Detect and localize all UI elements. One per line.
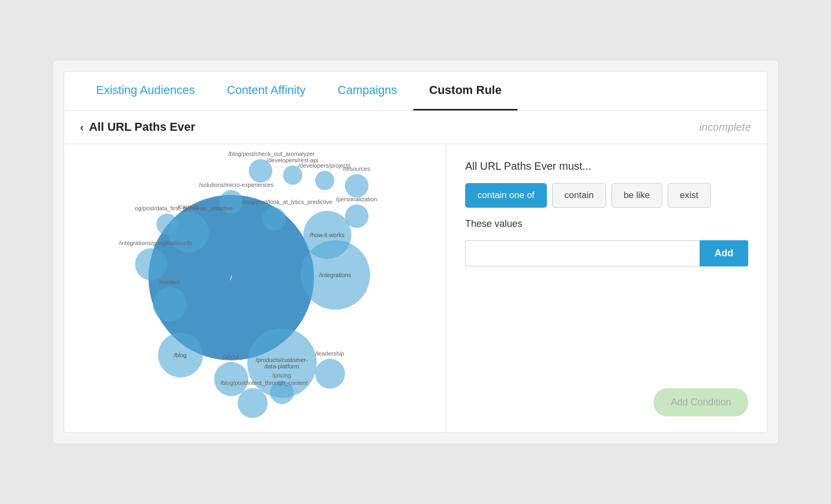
tab-campaigns[interactable]: Campaigns: [322, 72, 413, 111]
bubble-b8[interactable]: [135, 248, 167, 280]
bubble-b5[interactable]: /blog: [158, 333, 203, 377]
add-condition-button[interactable]: Add Condition: [654, 388, 748, 416]
bubble-label-b15: /resources: [325, 166, 389, 172]
bubble-label-b9: /leadership: [298, 350, 362, 357]
inner-container: Existing Audiences Content Affinity Camp…: [64, 71, 767, 433]
bubble-b15[interactable]: [345, 174, 369, 198]
tab-custom-rule[interactable]: Custom Rule: [413, 72, 518, 111]
breadcrumb-row: ‹ All URL Paths Ever incomplete: [64, 111, 767, 144]
bubble-label-b10: /pricing: [250, 372, 314, 379]
outer-container: Existing Audiences Content Affinity Camp…: [52, 60, 779, 444]
bubble-b3[interactable]: /how-it-works: [303, 211, 351, 259]
bubble-b9[interactable]: [315, 359, 345, 389]
bubble-label-b17: /blog/post/look_at_lytics_predictive: [242, 199, 306, 205]
bubble-label-b12: /blog/post/check_out_aromalyzer: [229, 151, 293, 157]
bubble-label-b11: /blog/post/intent_through_content: [221, 380, 285, 386]
tabs-bar: Existing Audiences Content Affinity Camp…: [64, 72, 767, 111]
bubble-label-b18: /personalization: [325, 196, 389, 202]
bubble-label-b7: /about: [199, 353, 263, 360]
add-condition-row: Add Condition: [465, 388, 748, 416]
bubble-b19[interactable]: [156, 214, 178, 235]
bubble-container: //integrations/products/customer-data-pl…: [116, 160, 394, 416]
status-badge: incomplete: [699, 121, 751, 133]
add-value-button[interactable]: Add: [700, 240, 748, 266]
bubble-label-b8: /integrations/googleadwords: [119, 240, 183, 246]
bubble-chart-panel: //integrations/products/customer-data-pl…: [64, 144, 446, 432]
bubble-b17[interactable]: [262, 207, 286, 231]
breadcrumb-title: All URL Paths Ever: [89, 120, 195, 134]
back-arrow-icon[interactable]: ‹: [80, 121, 84, 133]
rule-intro-text: All URL Paths Ever must...: [465, 160, 748, 172]
bubble-label-b16: /solutions/micro-experiences: [199, 182, 263, 188]
values-input-row: Add: [465, 240, 748, 266]
condition-contain-one-of[interactable]: contain one of: [465, 183, 547, 208]
condition-contain[interactable]: contain: [552, 183, 606, 208]
condition-buttons-group: contain one of contain be like exist: [465, 183, 748, 208]
main-content: //integrations/products/customer-data-pl…: [64, 144, 767, 432]
bubble-b11[interactable]: [238, 388, 268, 418]
values-label: These values: [465, 218, 748, 230]
bubble-b18[interactable]: [345, 204, 369, 228]
bubble-b14[interactable]: [315, 171, 334, 190]
condition-be-like[interactable]: be like: [612, 183, 662, 208]
bubble-label-b19: og/post/data_first_personas_adaptive: [135, 205, 199, 211]
bubble-b6[interactable]: [153, 287, 187, 321]
condition-exist[interactable]: exist: [668, 183, 711, 208]
tab-content-affinity[interactable]: Content Affinity: [211, 72, 322, 111]
right-panel: All URL Paths Ever must... contain one o…: [446, 144, 767, 432]
tab-existing-audiences[interactable]: Existing Audiences: [80, 72, 211, 111]
values-input[interactable]: [465, 240, 700, 266]
breadcrumb-left: ‹ All URL Paths Ever: [80, 120, 195, 134]
